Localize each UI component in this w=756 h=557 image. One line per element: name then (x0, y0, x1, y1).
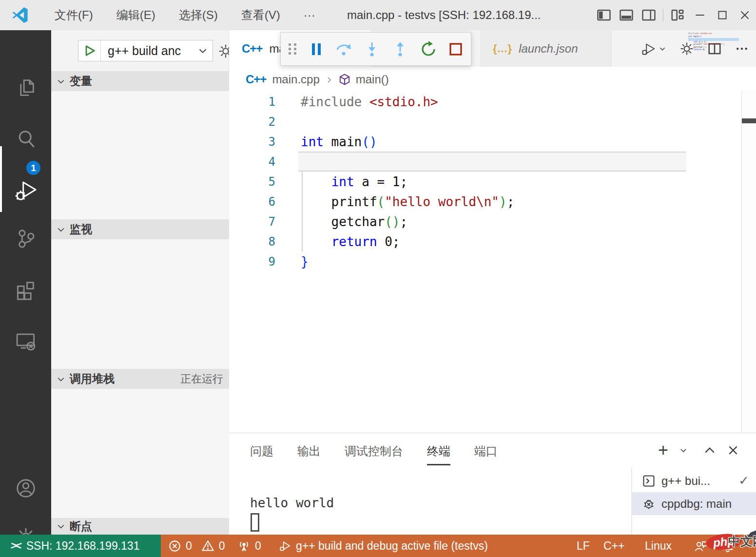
remote-explorer-icon[interactable] (0, 327, 51, 356)
code-text: } (275, 254, 309, 269)
code-line[interactable]: 1#include <stdio.h> (229, 92, 756, 112)
panel-tab[interactable]: 端口 (474, 436, 498, 465)
terminal-dropdown-icon[interactable] (679, 446, 688, 455)
os-indicator[interactable]: Linux (645, 535, 672, 557)
breadcrumb-file[interactable]: main.cpp (272, 73, 319, 86)
terminal-list-item[interactable]: g++ bui...✓ (632, 469, 756, 492)
panel-tab[interactable]: 调试控制台 (345, 436, 403, 465)
error-icon (168, 539, 181, 553)
restart-button[interactable] (420, 39, 437, 59)
panel-tab[interactable]: 终端 (427, 436, 450, 465)
breadcrumb-symbol[interactable]: main() (356, 73, 389, 86)
line-number: 9 (229, 255, 275, 269)
close-button[interactable] (734, 0, 756, 30)
line-number: 4 (229, 155, 275, 169)
code-editor[interactable]: 1#include <stdio.h>23int main()4{5 int a… (229, 92, 756, 433)
remote-indicator[interactable]: >< SSH: 192.168.199.131 (0, 535, 161, 557)
current-line-highlight (298, 152, 686, 172)
start-debug-button[interactable] (78, 40, 101, 61)
menu-item[interactable]: 选择(S) (167, 0, 230, 30)
code-line[interactable]: 6 printf("hello world\n"); (229, 192, 756, 211)
chevron-down-icon (56, 374, 66, 384)
menu-item[interactable]: ··· (292, 0, 327, 30)
code-line[interactable]: 9} (229, 251, 756, 271)
ports-status[interactable]: 0 (237, 535, 261, 557)
account-icon[interactable] (0, 474, 51, 503)
eol-indicator[interactable]: LF (577, 535, 590, 557)
section-breakpoints[interactable]: 断点 (51, 518, 229, 535)
terminal-list-item[interactable]: cppdbg: main (632, 492, 756, 515)
maximize-panel-icon[interactable] (703, 444, 716, 457)
tab-launch-json[interactable]: {…} launch.json (480, 30, 612, 67)
menu-item[interactable]: 文件(F) (43, 0, 105, 30)
code-line[interactable]: 5 int a = 1; (229, 172, 756, 192)
code-lines: 1#include <stdio.h>23int main()4{5 int a… (229, 92, 756, 271)
section-variables[interactable]: 变量 (51, 71, 229, 91)
drag-grip-icon[interactable] (289, 43, 297, 55)
code-line[interactable]: 2 (229, 112, 756, 132)
editor-group: C++ main.cpp {…} launch.json (229, 30, 756, 433)
minimap-lines: #include <stdio.h>int main(){ int a = 1;… (688, 32, 739, 54)
stop-button[interactable] (448, 39, 463, 59)
warning-count: 0 (219, 539, 225, 553)
toggle-panel-icon[interactable] (615, 0, 638, 30)
customize-layout-icon[interactable] (666, 0, 689, 30)
terminal-label: cppdbg: main (661, 497, 732, 511)
scrollbar-thumb[interactable] (742, 118, 756, 123)
maximize-button[interactable] (711, 0, 734, 30)
notifications-bell-icon[interactable] (720, 535, 735, 557)
bottom-panel: 问题输出调试控制台终端端口 + hello world g++ bui...✓c… (229, 433, 756, 535)
panel-tab-bar: 问题输出调试控制台终端端口 (250, 433, 498, 467)
run-debug-icon[interactable] (0, 175, 51, 205)
pause-button[interactable] (309, 39, 324, 59)
terminal-cursor (251, 513, 259, 532)
menu-bar: 文件(F)编辑(E)选择(S)查看(V)··· (43, 0, 327, 30)
terminal-label: g++ bui... (661, 474, 710, 488)
extensions-icon[interactable] (0, 275, 51, 305)
line-number: 3 (229, 135, 275, 149)
explorer-icon[interactable] (0, 73, 51, 102)
debug-sidebar: g++ build anc 变量 监视 调用堆栈 正在运行 断点 (51, 30, 229, 535)
section-call-stack[interactable]: 调用堆栈 正在运行 (51, 369, 229, 389)
menu-item[interactable]: 编辑(E) (105, 0, 167, 30)
titlebar-separator (663, 9, 663, 21)
problems-status[interactable]: 0 0 (168, 535, 225, 557)
radio-tower-icon (237, 539, 251, 553)
toggle-sidebar-icon[interactable] (593, 0, 615, 30)
ports-count: 0 (255, 539, 261, 553)
chevron-down-icon[interactable] (193, 40, 213, 61)
code-line[interactable]: 3int main() (229, 132, 756, 152)
activity-bar: 1 (0, 30, 51, 535)
new-terminal-button[interactable]: + (658, 443, 668, 458)
feedback-icon[interactable] (694, 535, 709, 557)
section-watch[interactable]: 监视 (51, 219, 229, 239)
close-panel-icon[interactable] (727, 444, 739, 457)
menu-item[interactable]: 查看(V) (230, 0, 292, 30)
step-over-button[interactable] (335, 39, 352, 59)
step-out-button[interactable] (392, 39, 408, 59)
editor-scrollbar[interactable] (741, 91, 756, 433)
language-indicator[interactable]: C++ (603, 535, 624, 557)
window-title: main.cpp - testvs [SSH: 192.168.19... (347, 0, 541, 30)
launch-config-select[interactable]: g++ build anc (101, 40, 193, 61)
minimap[interactable]: #include <stdio.h>int main(){ int a = 1;… (688, 30, 739, 64)
panel-tab[interactable]: 问题 (250, 436, 273, 465)
chevron-down-icon (56, 77, 66, 86)
minimize-button[interactable] (689, 0, 711, 30)
variables-body (51, 91, 229, 219)
code-line[interactable]: 7 getchar(); (229, 211, 756, 231)
line-number: 5 (229, 175, 275, 189)
debug-config-status[interactable]: g++ build and debug active file (testvs) (278, 535, 488, 557)
search-icon[interactable] (0, 124, 51, 154)
remote-label: SSH: 192.168.199.131 (26, 539, 140, 553)
bug-icon (642, 497, 656, 511)
toggle-secondary-sidebar-icon[interactable] (638, 0, 660, 30)
code-text: int a = 1; (275, 174, 407, 189)
run-or-debug-button[interactable] (640, 40, 666, 57)
panel-tab[interactable]: 输出 (297, 436, 321, 465)
code-line[interactable]: 8 return 0; (229, 231, 756, 251)
debug-config-label: g++ build and debug active file (testvs) (296, 539, 488, 553)
source-control-icon[interactable] (0, 224, 51, 253)
step-into-button[interactable] (364, 39, 380, 59)
terminal-output[interactable]: hello world (250, 496, 334, 510)
